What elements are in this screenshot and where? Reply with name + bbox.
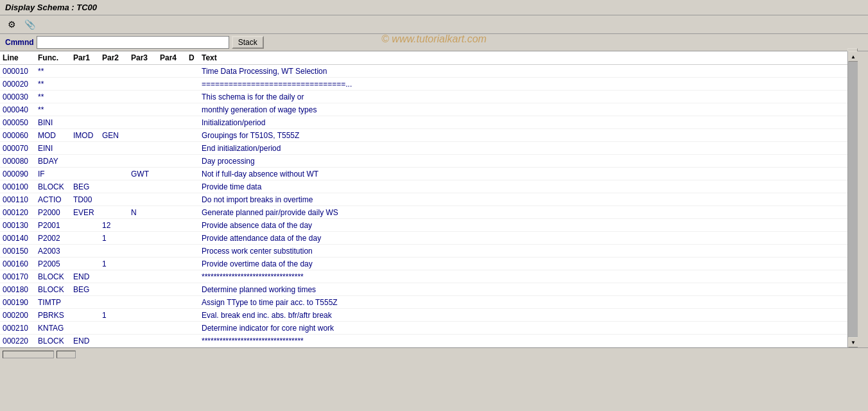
cell-par2: 1 (100, 310, 128, 320)
cell-func: P2001 (35, 220, 71, 231)
cell-par1: BEG (71, 284, 100, 295)
table-row[interactable]: 000160 P2005 1 Provide overtime data of … (0, 258, 847, 270)
cell-d (186, 302, 199, 303)
cell-par3 (128, 289, 157, 290)
table-row[interactable]: 000070 EINI End initialization/period (0, 142, 847, 155)
cell-line: 000150 (0, 246, 35, 256)
table-row[interactable]: 000040 ** monthly generation of wage typ… (0, 103, 847, 116)
cell-func: P2005 (35, 259, 71, 269)
cell-par1 (71, 173, 100, 175)
cell-line: 000160 (0, 259, 35, 269)
cell-func: BLOCK (35, 336, 71, 346)
cell-line: 000170 (0, 272, 35, 282)
cell-par3 (128, 199, 157, 200)
cell-line: 000070 (0, 143, 35, 153)
cell-par4 (157, 289, 186, 290)
cell-par2 (100, 212, 128, 213)
cell-par4 (157, 263, 186, 265)
table-row[interactable]: 000100 BLOCK BEG Provide time data (0, 180, 847, 193)
cell-d (186, 238, 199, 239)
cell-par3 (128, 83, 157, 85)
command-bar: Cmmnd Stack ▲ ▼ (0, 34, 868, 51)
cell-text: Provide overtime data of the day (199, 259, 847, 269)
table-body: 000010 ** Time Data Processing, WT Selec… (0, 65, 847, 347)
cell-d (186, 173, 199, 175)
cell-par4 (157, 328, 186, 329)
cell-line: 000120 (0, 207, 35, 218)
cell-par1 (71, 148, 100, 149)
table-row[interactable]: 000080 BDAY Day processing (0, 155, 847, 168)
cell-par4 (157, 225, 186, 226)
cell-par3 (128, 328, 157, 329)
cell-par2 (100, 250, 128, 252)
cell-par3: N (128, 207, 157, 218)
bottom-bar (0, 347, 868, 360)
cell-par4 (157, 96, 186, 98)
table-row[interactable]: 000030 ** This schema is for the daily o… (0, 91, 847, 103)
cell-line: 000210 (0, 323, 35, 333)
table-row[interactable]: 000190 TIMTP Assign TType to time pair a… (0, 296, 847, 309)
cell-par1 (71, 263, 100, 265)
stack-button[interactable]: Stack (232, 36, 264, 49)
table-header: Line Func. Par1 Par2 Par3 Par4 D Text (0, 51, 847, 65)
cell-par4 (157, 109, 186, 110)
cell-d (186, 225, 199, 226)
cell-par3 (128, 250, 157, 252)
header-line: Line (0, 53, 35, 63)
cell-par3 (128, 340, 157, 342)
cell-par3 (128, 109, 157, 110)
header-par2: Par2 (100, 53, 128, 63)
table-row[interactable]: 000170 BLOCK END ***********************… (0, 270, 847, 283)
table-row[interactable]: 000110 ACTIO TD00 Do not import breaks i… (0, 193, 847, 206)
table-row[interactable]: 000210 KNTAG Determine indicator for cor… (0, 322, 847, 335)
table-row[interactable]: 000020 ** ==============================… (0, 78, 847, 91)
cell-par4 (157, 186, 186, 188)
cell-text: Determine indicator for core night work (199, 323, 847, 333)
scroll-track (848, 62, 858, 337)
cell-text: Process work center substitution (199, 246, 847, 256)
cell-par3 (128, 315, 157, 316)
cell-par2 (100, 83, 128, 85)
cell-par2: 1 (100, 259, 128, 269)
cell-par1: END (71, 272, 100, 282)
cell-par4 (157, 276, 186, 277)
cell-par2 (100, 340, 128, 342)
cell-func: BLOCK (35, 182, 71, 192)
table-row[interactable]: 000090 IF GWT Not if full-day absence wi… (0, 168, 847, 180)
scroll-up-btn[interactable]: ▲ (848, 51, 858, 62)
cell-par2 (100, 289, 128, 290)
cell-line: 000180 (0, 284, 35, 295)
cell-par2 (100, 186, 128, 188)
title-text: Display Schema : TC00 (5, 3, 97, 12)
table-row[interactable]: 000220 BLOCK END ***********************… (0, 335, 847, 347)
cell-func: ** (35, 79, 71, 89)
cell-par3 (128, 186, 157, 188)
table-row[interactable]: 000200 PBRKS 1 Eval. break end inc. abs.… (0, 309, 847, 322)
cell-text: End initialization/period (199, 143, 847, 153)
table-row[interactable]: 000180 BLOCK BEG Determine planned worki… (0, 283, 847, 296)
cell-par2 (100, 302, 128, 303)
cell-par4 (157, 161, 186, 162)
cell-d (186, 135, 199, 136)
table-row[interactable]: 000010 ** Time Data Processing, WT Selec… (0, 65, 847, 78)
cell-par3 (128, 71, 157, 72)
scroll-down-btn[interactable]: ▼ (848, 337, 858, 347)
table-row[interactable]: 000150 A2003 Process work center substit… (0, 245, 847, 258)
table-row[interactable]: 000130 P2001 12 Provide absence data of … (0, 219, 847, 232)
command-input[interactable] (37, 36, 229, 49)
header-text: Text (199, 53, 847, 63)
cell-par3 (128, 276, 157, 277)
cell-par1 (71, 96, 100, 98)
table-row[interactable]: 000050 BINI Initialization/period (0, 116, 847, 129)
cell-par4 (157, 250, 186, 252)
cell-par3 (128, 238, 157, 239)
cell-par2 (100, 199, 128, 200)
cell-line: 000110 (0, 195, 35, 205)
cell-text: Day processing (199, 156, 847, 166)
table-row[interactable]: 000060 MOD IMOD GEN Groupings for T510S,… (0, 129, 847, 142)
table-row[interactable]: 000140 P2002 1 Provide attendance data o… (0, 232, 847, 245)
cell-func: P2002 (35, 233, 71, 243)
attach-icon[interactable]: 📎 (23, 18, 36, 31)
settings-icon[interactable]: ⚙ (5, 18, 18, 31)
table-row[interactable]: 000120 P2000 EVER N Generate planned pai… (0, 206, 847, 219)
